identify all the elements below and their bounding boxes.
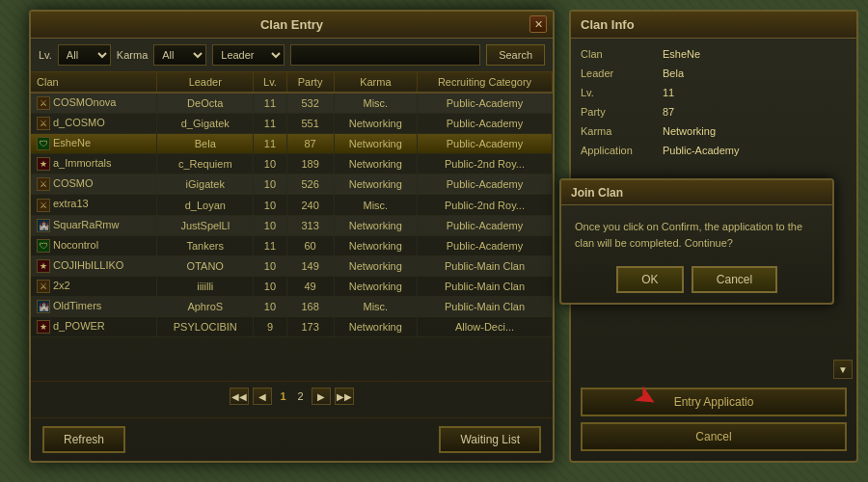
info-val-clan: EsheNe (663, 48, 700, 60)
table-row[interactable]: ★a_Immortals c_Requiem 10 189 Networking… (31, 154, 553, 174)
sword-icon: ⚔ (37, 117, 50, 130)
clan-entry-dialog: Clan Entry ✕ Lv. All Karma All Leader Se… (29, 10, 555, 463)
cell-clan: ⚔extra13 (31, 195, 157, 215)
page-last-button[interactable]: ▶▶ (335, 388, 354, 405)
cell-clan: ⚔d_COSMO (31, 114, 157, 134)
cell-leader: JustSpelLl (157, 215, 254, 235)
clan-entry-titlebar: Clan Entry ✕ (31, 12, 553, 39)
join-clan-dialog: Join Clan Once you click on Confirm, the… (559, 178, 834, 305)
cell-leader: d_Gigatek (157, 114, 254, 134)
castle-icon: 🏰 (37, 219, 50, 232)
table-row[interactable]: ⚔extra13 d_Loyan 10 240 Misc. Public-2nd… (31, 195, 553, 215)
cell-category: Public-2nd Roy... (418, 195, 553, 215)
page-next-button[interactable]: ▶ (312, 388, 331, 405)
lv-select[interactable]: All (58, 44, 111, 66)
join-ok-button[interactable]: OK (616, 266, 684, 293)
info-row-clan: Clan EsheNe (581, 48, 847, 60)
cell-leader: DeOcta (157, 93, 254, 114)
clan-info-titlebar: Clan Info (571, 12, 856, 39)
cell-lv: 10 (254, 195, 286, 215)
table-row[interactable]: 🏰SquarRaRmw JustSpelLl 10 313 Networking… (31, 215, 553, 235)
cell-clan: ★d_POWER (31, 317, 157, 337)
cell-karma: Misc. (334, 296, 417, 316)
cell-clan: 🛡EsheNe (31, 134, 157, 154)
page-2[interactable]: 2 (294, 390, 308, 402)
col-karma: Karma (334, 72, 417, 93)
castle-icon: 🏰 (37, 300, 50, 313)
page-1[interactable]: 1 (276, 390, 289, 402)
star-icon: ★ (37, 259, 50, 273)
cell-karma: Networking (334, 114, 417, 134)
lv-label: Lv. (39, 49, 52, 61)
join-cancel-button[interactable]: Cancel (692, 266, 777, 293)
cell-clan: 🏰SquarRaRmw (31, 215, 157, 235)
cell-leader: AphroS (157, 296, 254, 316)
pagination: ◀◀ ◀ 1 2 ▶ ▶▶ (31, 381, 553, 411)
join-buttons: OK Cancel (575, 266, 819, 293)
cell-karma: Networking (334, 134, 417, 154)
cell-lv: 11 (254, 114, 286, 134)
info-val-leader: Bela (663, 67, 684, 79)
info-val-lv: 11 (663, 87, 674, 98)
cell-karma: Networking (334, 317, 417, 337)
clan-table: Clan Leader Lv. Party Karma Recruiting C… (31, 72, 553, 337)
table-row[interactable]: ★d_POWER PSYLOCIBIN 9 173 Networking All… (31, 317, 553, 337)
clan-info-content: Clan EsheNe Leader Bela Lv. 11 Party 87 … (571, 39, 856, 174)
clan-entry-title: Clan Entry (260, 17, 323, 32)
cell-lv: 10 (254, 174, 286, 195)
cell-category: Public-2nd Roy... (418, 154, 553, 174)
cell-leader: PSYLOCIBIN (157, 317, 254, 337)
waiting-list-button[interactable]: Waiting List (439, 426, 541, 453)
entry-application-button[interactable]: Entry Applicatio (581, 388, 847, 416)
cell-party: 526 (286, 174, 334, 195)
close-button[interactable]: ✕ (529, 15, 547, 33)
filter-bar: Lv. All Karma All Leader Search (31, 39, 553, 72)
table-row[interactable]: 🏰OldTimers AphroS 10 168 Misc. Public-Ma… (31, 296, 553, 316)
refresh-button[interactable]: Refresh (42, 426, 125, 453)
shield-icon: 🛡 (37, 137, 50, 150)
cell-clan: ★COJIHbILLIKO (31, 255, 157, 276)
info-key-clan: Clan (581, 48, 663, 60)
cancel-button[interactable]: Cancel (581, 422, 847, 451)
cell-lv: 9 (254, 317, 286, 337)
cell-clan: 🏰OldTimers (31, 296, 157, 316)
karma-label: Karma (117, 49, 148, 61)
cell-party: 149 (286, 255, 334, 276)
sword-icon: ⚔ (37, 280, 50, 293)
info-key-party: Party (581, 106, 663, 118)
table-row[interactable]: 🛡EsheNe Bela 11 87 Networking Public-Aca… (31, 134, 553, 154)
info-val-party: 87 (663, 106, 674, 118)
type-select[interactable]: Leader (212, 44, 285, 66)
page-prev-button[interactable]: ◀ (253, 388, 272, 405)
cell-category: Public-Academy (418, 114, 553, 134)
clan-entry-bottom-bar: Refresh Waiting List (31, 417, 553, 461)
cell-leader: iGigatek (157, 174, 254, 195)
star-icon: ★ (37, 157, 50, 171)
karma-select[interactable]: All (153, 44, 206, 66)
page-first-button[interactable]: ◀◀ (230, 388, 249, 405)
clan-info-title: Clan Info (581, 17, 635, 32)
cell-party: 551 (286, 114, 334, 134)
cell-clan: ⚔COSMO (31, 174, 157, 195)
cell-category: Public-Academy (418, 134, 553, 154)
cell-karma: Misc. (334, 195, 417, 215)
cell-karma: Networking (334, 215, 417, 235)
search-input[interactable] (290, 44, 480, 66)
cell-lv: 11 (254, 235, 286, 255)
cell-leader: OTANO (157, 255, 254, 276)
cell-party: 168 (286, 296, 334, 316)
table-row[interactable]: ⚔COSMO iGigatek 10 526 Networking Public… (31, 174, 553, 195)
table-row[interactable]: ⚔COSMOnova DeOcta 11 532 Misc. Public-Ac… (31, 93, 553, 114)
table-row[interactable]: ⚔2x2 iiiilli 10 49 Networking Public-Mai… (31, 276, 553, 296)
search-button[interactable]: Search (486, 44, 545, 66)
cell-lv: 11 (254, 134, 286, 154)
cell-category: Public-Academy (418, 174, 553, 195)
table-row[interactable]: ★COJIHbILLIKO OTANO 10 149 Networking Pu… (31, 255, 553, 276)
table-header-row: Clan Leader Lv. Party Karma Recruiting C… (31, 72, 553, 93)
cell-party: 60 (286, 235, 334, 255)
table-row[interactable]: ⚔d_COSMO d_Gigatek 11 551 Networking Pub… (31, 114, 553, 134)
cell-lv: 10 (254, 255, 286, 276)
sword-icon: ⚔ (37, 96, 50, 110)
table-row[interactable]: 🛡Nocontrol Tankers 11 60 Networking Publ… (31, 235, 553, 255)
scroll-down-button[interactable]: ▼ (833, 360, 853, 379)
